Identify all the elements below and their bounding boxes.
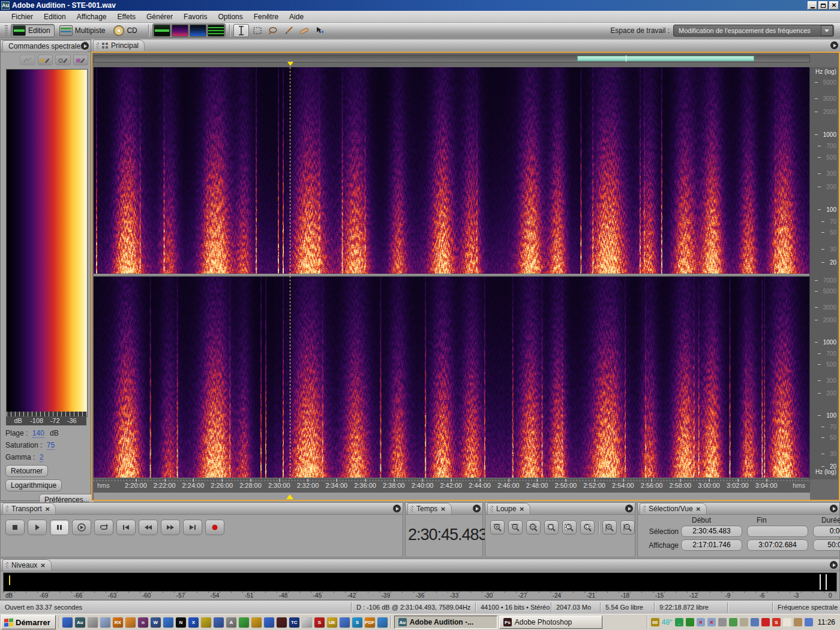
panel-menu-button[interactable] — [81, 42, 89, 50]
play-button[interactable] — [28, 520, 47, 535]
tray-minimized-icon[interactable]: _ — [675, 618, 683, 626]
quick-launch-word-icon[interactable]: W — [151, 617, 161, 628]
panel-menu-button[interactable] — [830, 505, 838, 512]
quick-launch-calculator-icon[interactable] — [100, 617, 110, 628]
spectral-palette-gradient[interactable] — [6, 69, 88, 412]
quick-launch-compass-icon[interactable] — [302, 617, 312, 628]
panel-menu-button[interactable] — [625, 505, 633, 512]
cd-view-button[interactable]: CD — [112, 25, 140, 37]
waveform-display-button[interactable] — [154, 25, 170, 37]
tray-cursor-icon[interactable] — [783, 618, 791, 626]
gradient-pen-button[interactable] — [73, 55, 89, 65]
quick-launch-user-icon[interactable] — [340, 617, 350, 628]
zoom-out-full-button[interactable] — [526, 520, 541, 535]
close-panel-icon[interactable]: ✕ — [519, 506, 524, 512]
playhead-line[interactable] — [290, 67, 290, 479]
view-end-field[interactable]: 3:07:02.684 — [747, 539, 808, 551]
menu-favoris[interactable]: Favoris — [178, 11, 212, 22]
title-bar[interactable]: Au Adobe Audition - STE-001.wav ✕ — [0, 0, 840, 11]
zoom-range-bar[interactable] — [94, 55, 810, 62]
spectral-display-button[interactable] — [172, 25, 188, 37]
zoom-in-horizontal-button[interactable] — [490, 520, 505, 535]
spot-healing-tool-button[interactable] — [297, 25, 311, 37]
time-selection-tool-button[interactable] — [233, 24, 249, 37]
menu-fichier[interactable]: Fichier — [6, 11, 38, 22]
spectral-controls-tab[interactable]: Commandes spectrales — [2, 40, 88, 52]
frequency-axis[interactable]: 5000300020001000700500300200100705030207… — [809, 67, 838, 479]
task-button-photoshop[interactable]: PsAdobe Photoshop — [499, 616, 602, 629]
multitrack-view-button[interactable]: Multipiste — [58, 25, 109, 37]
tray-blocked-icon[interactable] — [718, 618, 727, 626]
current-time-display[interactable]: 2:30:45.483 — [406, 515, 482, 544]
menu-aide[interactable]: Aide — [284, 11, 309, 22]
quick-launch-globe-blue-icon[interactable] — [264, 617, 274, 628]
scrub-tool-button[interactable] — [313, 25, 327, 37]
spectral-phase-display-button[interactable] — [208, 25, 224, 37]
start-button[interactable]: Démarrer — [1, 615, 56, 629]
minimize-button[interactable] — [808, 1, 817, 10]
effect-brush-tool-button[interactable] — [281, 25, 296, 37]
tray-user-icon[interactable] — [805, 618, 813, 626]
tray-temperature[interactable]: 48° — [662, 618, 673, 626]
panel-menu-button[interactable] — [830, 41, 838, 49]
quick-launch-pdf-icon[interactable]: PDF — [365, 617, 375, 628]
spectrogram-right-channel[interactable] — [94, 277, 810, 478]
level-meter[interactable] — [3, 572, 837, 592]
range-value[interactable]: 140 — [32, 429, 44, 438]
zoom-tab[interactable]: Loupe ✕ — [487, 503, 530, 514]
quick-launch-player-icon[interactable] — [377, 617, 388, 628]
menu-generer[interactable]: Générer — [141, 11, 178, 22]
lasso-selection-tool-button[interactable] — [266, 25, 280, 37]
maximize-button[interactable] — [818, 1, 828, 10]
spectrogram-left-channel[interactable] — [94, 67, 810, 274]
marquee-selection-tool-button[interactable] — [250, 25, 265, 37]
record-button[interactable] — [205, 520, 224, 535]
quick-launch-media-icon[interactable] — [88, 617, 98, 628]
play-from-cursor-button[interactable] — [72, 520, 91, 535]
gamma-value[interactable]: 2 — [40, 453, 44, 462]
quick-launch-windows-icon[interactable] — [239, 617, 249, 628]
close-button[interactable]: ✕ — [829, 1, 839, 10]
dropdown-arrow-icon[interactable] — [821, 25, 833, 36]
time-ruler[interactable]: 2:20:002:22:002:24:002:26:002:28:002:30:… — [94, 479, 810, 493]
menu-affichage[interactable]: Affichage — [71, 11, 112, 22]
zoom-right-edge-button[interactable] — [580, 520, 595, 535]
histogram-button[interactable] — [20, 55, 35, 65]
view-start-field[interactable]: 2:17:01.746 — [681, 539, 742, 551]
quick-launch-tool-icon[interactable]: X — [188, 617, 199, 628]
flip-button[interactable]: Retourner — [5, 465, 48, 477]
close-panel-icon[interactable]: ✕ — [40, 562, 45, 569]
visible-range-indicator[interactable] — [577, 56, 754, 61]
principal-tab[interactable]: Principal — [93, 40, 145, 51]
tray-keyboard-icon[interactable] — [751, 618, 759, 626]
close-panel-icon[interactable]: ✕ — [45, 506, 50, 512]
panel-menu-button[interactable] — [393, 505, 401, 512]
menu-edition[interactable]: Edition — [38, 11, 71, 22]
tray-network-2-icon[interactable]: ✕ — [707, 618, 716, 626]
go-to-end-button[interactable] — [183, 520, 202, 535]
spectral-pan-display-button[interactable] — [190, 25, 206, 37]
color-pen-2-button[interactable] — [55, 55, 71, 65]
spectral-controls-header[interactable]: Commandes spectrales — [1, 40, 91, 52]
quick-launch-netscape-icon[interactable] — [163, 617, 173, 628]
workspace-dropdown[interactable]: Modification de l'espacement des fréquen… — [673, 25, 834, 37]
pause-button[interactable] — [50, 520, 69, 535]
panel-menu-button[interactable] — [830, 561, 838, 569]
tray-network-1-icon[interactable]: ✕ — [697, 618, 705, 626]
selection-end-field[interactable] — [747, 526, 808, 537]
playhead-marker-bottom[interactable] — [286, 491, 293, 499]
tray-clock[interactable]: 11:26 — [818, 618, 835, 626]
quick-launch-ue-icon[interactable]: UE — [327, 617, 337, 628]
go-to-start-button[interactable] — [116, 520, 136, 535]
stop-button[interactable] — [5, 520, 25, 535]
quick-launch-globe-yellow-icon[interactable] — [251, 617, 262, 628]
edit-view-button[interactable]: Edition — [11, 24, 55, 37]
zoom-in-vertical-button[interactable] — [602, 520, 617, 535]
close-panel-icon[interactable]: ✕ — [440, 506, 445, 512]
time-tab[interactable]: Temps ✕ — [407, 503, 452, 514]
loop-play-button[interactable] — [94, 520, 113, 535]
quick-launch-notepad-icon[interactable]: N — [176, 617, 186, 628]
menu-effets[interactable]: Effets — [112, 11, 141, 22]
selection-view-tab[interactable]: Sélection/Vue ✕ — [640, 503, 707, 514]
levels-tab[interactable]: Niveaux ✕ — [2, 559, 52, 571]
